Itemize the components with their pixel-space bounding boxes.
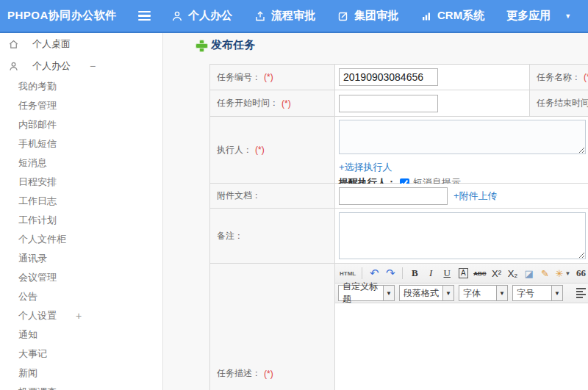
nav-personal-office[interactable]: 个人办公	[171, 9, 232, 23]
sidebar-item-2[interactable]: 我的考勤	[0, 77, 162, 96]
sidebar-item-4[interactable]: 内部邮件	[0, 115, 162, 134]
sidebar-item-label: 任务管理	[18, 99, 57, 112]
sidebar-item-label: 通讯录	[18, 252, 47, 265]
editor-toolbar-row2: 自定义标题 ▼ 段落格式 ▼ 字体 ▼ 字号 ▼	[335, 284, 588, 303]
sidebar-item-label: 手机短信	[18, 137, 57, 151]
caret-down-icon: ▼	[497, 285, 508, 301]
nav-workflow-approval[interactable]: 流程审批	[254, 9, 315, 23]
sidebar-item-label: 工作日志	[18, 195, 57, 208]
caret-down-icon: ▼	[443, 285, 454, 301]
nav-more-apps[interactable]: 更多应用 ▼	[506, 9, 571, 23]
task-no-label: 任务编号：(*)	[210, 65, 335, 90]
start-time-label: 任务开始时间：(*)	[210, 90, 335, 117]
font-family-dropdown[interactable]: 字体 ▼	[459, 285, 508, 301]
nav-group-approval[interactable]: 集团审批	[337, 9, 398, 23]
source-code-button[interactable]: HTML	[338, 266, 357, 281]
quickformat-button[interactable]: ✳▼	[554, 266, 573, 281]
sidebar-item-label: 个人文件柜	[18, 233, 66, 246]
sidebar-item-7[interactable]: 日程安排	[0, 173, 162, 192]
user-icon	[8, 61, 26, 72]
sidebar-item-5[interactable]: 手机短信	[0, 134, 162, 154]
executor-textarea[interactable]	[339, 120, 586, 154]
sidebar: 个人桌面个人办公−我的考勤任务管理内部邮件手机短信短消息日程安排工作日志工作计划…	[0, 33, 163, 390]
sidebar-item-label: 我的考勤	[18, 80, 57, 93]
blockquote-button[interactable]: 66	[573, 266, 588, 281]
sidebar-item-label: 个人桌面	[32, 37, 71, 51]
sidebar-item-14[interactable]: 个人设置+	[0, 306, 162, 325]
strikethrough-button[interactable]: ABC	[472, 266, 487, 281]
page-title: 发布任务	[196, 38, 255, 52]
editor-content-area[interactable]	[335, 303, 588, 390]
sidebar-item-label: 工作计划	[18, 214, 57, 227]
bold-button[interactable]: B	[407, 266, 422, 281]
sidebar-item-6[interactable]: 短消息	[0, 154, 162, 173]
sidebar-item-label: 个人设置	[18, 309, 57, 322]
sidebar-item-12[interactable]: 会议管理	[0, 268, 162, 287]
sidebar-item-16[interactable]: 大事记	[0, 344, 162, 364]
sidebar-item-label: 会议管理	[18, 271, 57, 284]
sidebar-item-label: 内部邮件	[18, 118, 57, 131]
toolbar-divider	[362, 267, 362, 279]
nav-crm-system[interactable]: CRM系统	[420, 9, 484, 23]
sidebar-item-label: 个人办公	[32, 59, 71, 73]
sidebar-item-18[interactable]: 投票调查	[0, 383, 162, 390]
italic-button[interactable]: I	[423, 266, 438, 281]
sidebar-item-0[interactable]: 个人桌面	[0, 33, 162, 55]
font-size-dropdown[interactable]: 字号 ▼	[512, 285, 563, 301]
menu-toggle-icon[interactable]	[138, 11, 151, 21]
approval-icon	[254, 10, 266, 22]
sidebar-item-17[interactable]: 新闻	[0, 364, 162, 383]
paragraph-format-dropdown[interactable]: 段落格式 ▼	[399, 285, 454, 301]
task-name-label: 任务名称：(*)	[530, 65, 588, 90]
collapse-icon[interactable]: −	[90, 61, 96, 71]
app-window: PHPOA协同办公软件 个人办公 流程审批 集团审批 CRM系统 更多应用 ▼	[0, 0, 588, 390]
underline-button[interactable]: U	[440, 266, 454, 281]
task-no-input[interactable]	[339, 68, 438, 86]
page-title-text: 发布任务	[211, 38, 255, 52]
format-brush-button[interactable]: ✎	[538, 266, 553, 281]
attachment-label: 附件文档：	[210, 184, 335, 209]
subscript-button[interactable]: X₂	[506, 266, 520, 281]
main-content: 发布任务 任务编号：(*) 任务名称：(*) 任务开始时间：(*)	[163, 33, 588, 390]
attachment-input[interactable]	[339, 187, 448, 205]
choose-executor-link[interactable]: +选择执行人	[339, 162, 392, 173]
expand-icon[interactable]: +	[76, 311, 82, 321]
redo-button[interactable]: ↷	[383, 266, 398, 281]
home-icon	[8, 39, 26, 50]
align-left-button[interactable]	[576, 287, 588, 299]
sidebar-item-9[interactable]: 工作计划	[0, 211, 162, 230]
plus-icon	[196, 40, 207, 51]
executor-label: 执行人：(*)	[210, 117, 335, 184]
remark-label: 备注：	[210, 209, 335, 264]
undo-button[interactable]: ↶	[367, 266, 381, 281]
sidebar-item-11[interactable]: 通讯录	[0, 249, 162, 268]
attachment-upload-link[interactable]: +附件上传	[453, 189, 498, 203]
user-icon	[171, 10, 183, 22]
chart-icon	[420, 10, 432, 22]
eraser-button[interactable]: ◪	[522, 266, 537, 281]
superscript-button[interactable]: X²	[490, 266, 504, 281]
sidebar-item-3[interactable]: 任务管理	[0, 96, 162, 115]
description-label: 任务描述：(*)	[210, 264, 335, 390]
sidebar-item-label: 短消息	[18, 156, 47, 170]
app-logo: PHPOA协同办公软件	[7, 9, 126, 23]
remark-textarea[interactable]	[339, 212, 586, 259]
custom-title-dropdown[interactable]: 自定义标题 ▼	[338, 285, 395, 301]
rich-text-editor: HTML↶↷BIUAABCX²X₂◪✎✳▼66TA▼ 自定义标题 ▼ 段落格式 …	[335, 264, 588, 390]
start-time-input[interactable]	[339, 95, 438, 112]
end-time-label: 任务结束时间：(*)	[530, 90, 588, 117]
fontname-button[interactable]: A	[456, 266, 470, 281]
alignment-buttons	[576, 287, 588, 299]
sidebar-item-10[interactable]: 个人文件柜	[0, 230, 162, 249]
caret-down-icon: ▼	[384, 285, 395, 301]
sidebar-item-label: 通知	[18, 328, 37, 342]
sidebar-item-label: 新闻	[18, 366, 37, 380]
sidebar-item-1[interactable]: 个人办公−	[0, 55, 162, 77]
publish-task-form: 任务编号：(*) 任务名称：(*) 任务开始时间：(*) 任务结束时间：(*)	[209, 64, 588, 390]
edit-icon	[337, 10, 349, 22]
caret-down-icon: ▼	[552, 285, 563, 301]
sidebar-item-8[interactable]: 工作日志	[0, 192, 162, 211]
sidebar-item-13[interactable]: 公告	[0, 287, 162, 306]
caret-down-icon: ▼	[564, 12, 571, 20]
sidebar-item-15[interactable]: 通知	[0, 325, 162, 344]
